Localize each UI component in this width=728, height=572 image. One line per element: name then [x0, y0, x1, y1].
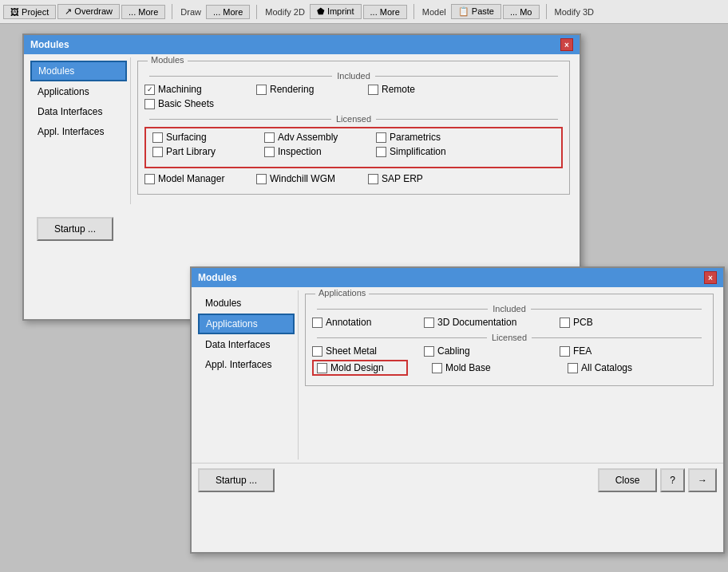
surfacing-checkbox[interactable]: [152, 132, 163, 143]
content-spacer: [305, 393, 714, 456]
cabling-checkbox[interactable]: [424, 346, 434, 357]
part-library-item: Part Library: [152, 146, 248, 157]
model-more-btn[interactable]: ... More: [363, 5, 407, 19]
windchill-wgm-checkbox[interactable]: [256, 174, 267, 184]
cabling-label: Cabling: [437, 345, 470, 357]
sheet-metal-checkbox[interactable]: [312, 346, 322, 357]
dialog2-help-btn[interactable]: ?: [660, 468, 685, 492]
nav-item-applications[interactable]: Applications: [30, 82, 127, 101]
draw-label: Draw: [177, 7, 204, 17]
overdraw-btn[interactable]: ↗ Overdraw: [57, 4, 120, 19]
annotation-label: Annotation: [326, 317, 371, 328]
imprint-btn[interactable]: ⬟ Imprint: [310, 4, 362, 19]
parametrics-label: Parametrics: [390, 132, 441, 143]
modules-dialog-2: Modules × Modules Applications Data Inte…: [190, 266, 725, 554]
basic-sheets-checkbox[interactable]: [144, 99, 155, 109]
3d-doc-checkbox[interactable]: [424, 318, 434, 328]
3d-doc-label: 3D Documentation: [437, 317, 516, 328]
modify3d-more-btn[interactable]: ... Mo: [503, 5, 540, 19]
remote-checkbox[interactable]: [368, 85, 378, 95]
pcb-label: PCB: [573, 317, 593, 328]
machining-checkbox[interactable]: [144, 85, 155, 95]
model-manager-checkbox[interactable]: [144, 174, 155, 184]
fea-label: FEA: [573, 345, 592, 357]
nav-item-data-interfaces[interactable]: Data Interfaces: [30, 102, 127, 121]
project-btn[interactable]: 🖼 Project: [3, 5, 56, 19]
all-catalogs-item: All Catalogs: [568, 362, 663, 373]
applications-group-content: Included Annotation 3D Documentation: [312, 304, 706, 376]
included-divider: Included: [144, 71, 563, 81]
modify2d-more-btn[interactable]: ... More: [206, 5, 250, 19]
dialog1-title-bar[interactable]: Modules ×: [24, 35, 580, 54]
dialog2-startup-btn[interactable]: Startup ...: [198, 468, 275, 492]
inspection-checkbox[interactable]: [264, 147, 275, 157]
basic-sheets-row: Basic Sheets: [144, 98, 563, 109]
dialog2-footer-right: Close ? →: [598, 468, 717, 492]
rendering-checkbox[interactable]: [256, 85, 267, 95]
applications-group: Applications Included Annotation 3D Do: [305, 294, 714, 386]
modules-group-title: Modules: [148, 55, 188, 65]
dialog2-arrow-btn[interactable]: →: [688, 468, 717, 492]
annotation-checkbox[interactable]: [312, 318, 322, 328]
dialog2-close-button[interactable]: Close: [598, 468, 658, 492]
basic-sheets-item: Basic Sheets: [144, 98, 240, 109]
licensed-box: Surfacing Adv Assembly Parametrics: [144, 127, 563, 168]
fea-checkbox[interactable]: [560, 346, 570, 357]
inspection-item: Inspection: [264, 146, 360, 157]
windchill-wgm-item: Windchill WGM: [256, 173, 352, 184]
annotation-item: Annotation: [312, 317, 408, 328]
adv-assembly-label: Adv Assembly: [278, 132, 338, 143]
windchill-wgm-label: Windchill WGM: [270, 173, 335, 184]
paste-btn[interactable]: 📋 Paste: [451, 4, 501, 19]
applications-group-title: Applications: [315, 288, 369, 298]
dialog2-body: Modules Applications Data Interfaces App…: [192, 287, 723, 463]
dialog2-title-text: Modules: [198, 272, 237, 283]
simplification-label: Simplification: [390, 146, 446, 157]
dialog1-title-text: Modules: [30, 39, 69, 50]
modules-group-content: Included Machining Rendering: [144, 71, 563, 184]
modify3d-label: Modify 3D: [552, 7, 598, 17]
part-library-label: Part Library: [166, 146, 216, 157]
draw-more-btn[interactable]: ... More: [121, 5, 165, 19]
dialog2-nav-modules[interactable]: Modules: [198, 294, 295, 313]
simplification-item: Simplification: [376, 146, 472, 157]
app-licensed-divider: Licensed: [312, 333, 706, 342]
sap-erp-checkbox[interactable]: [368, 174, 378, 184]
modules-group: Modules Included Machining Rendering: [137, 61, 570, 195]
dialog2-nav-appl-interfaces[interactable]: Appl. Interfaces: [198, 355, 295, 374]
mold-base-item: Mold Base: [432, 362, 552, 373]
parametrics-item: Parametrics: [376, 132, 472, 143]
dialog1-startup-btn[interactable]: Startup ...: [37, 217, 113, 241]
nav-item-appl-interfaces[interactable]: Appl. Interfaces: [30, 122, 127, 141]
dialog2-nav-applications[interactable]: Applications: [198, 314, 295, 334]
mold-base-checkbox[interactable]: [432, 363, 442, 373]
dialog1-close-btn[interactable]: ×: [560, 38, 573, 51]
nav-item-modules[interactable]: Modules: [30, 61, 127, 81]
basic-sheets-label: Basic Sheets: [158, 98, 214, 109]
dialog2-close-btn[interactable]: ×: [704, 271, 717, 284]
model-section: ⬟ Imprint ... More: [310, 4, 414, 19]
dialog2-title-bar[interactable]: Modules ×: [192, 268, 723, 287]
model-manager-item: Model Manager: [144, 173, 240, 184]
parametrics-checkbox[interactable]: [376, 132, 386, 143]
3d-doc-item: 3D Documentation: [424, 317, 544, 328]
part-library-checkbox[interactable]: [152, 147, 163, 157]
remote-item: Remote: [368, 84, 464, 95]
included-row: Machining Rendering Remote: [144, 84, 563, 95]
rendering-label: Rendering: [270, 84, 314, 95]
mold-design-label: Mold Design: [330, 362, 384, 373]
surfacing-label: Surfacing: [166, 132, 207, 143]
dialog2-nav: Modules Applications Data Interfaces App…: [195, 290, 299, 460]
mold-design-checkbox[interactable]: [317, 363, 327, 373]
simplification-checkbox[interactable]: [376, 147, 386, 157]
model-manager-label: Model Manager: [158, 173, 224, 184]
all-catalogs-checkbox[interactable]: [568, 363, 578, 373]
dialog2-nav-data-interfaces[interactable]: Data Interfaces: [198, 335, 295, 354]
adv-assembly-checkbox[interactable]: [264, 132, 275, 143]
inspection-label: Inspection: [278, 146, 322, 157]
modify2d-section: ... More: [206, 5, 257, 19]
model-label: Model: [419, 7, 449, 17]
app-included-row: Annotation 3D Documentation PCB: [312, 317, 706, 328]
licensed-row2: Part Library Inspection Simplification: [152, 146, 555, 157]
pcb-checkbox[interactable]: [560, 318, 570, 328]
